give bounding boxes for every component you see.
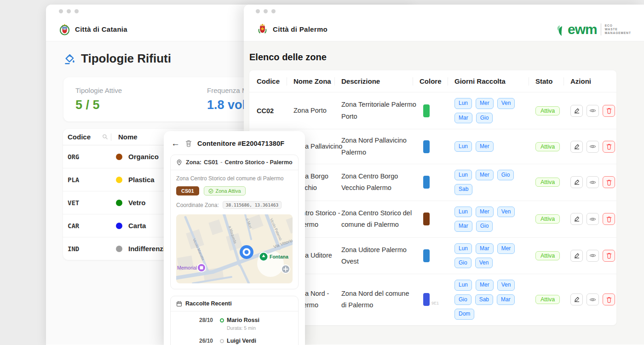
- svg-text:Memorial: Memorial: [177, 265, 197, 270]
- waste-code: VET: [68, 199, 111, 207]
- zone-status-cell: Attiva: [535, 295, 570, 304]
- zone-color-cell: [420, 140, 454, 153]
- collection-duration: Durata: 5 min: [227, 325, 293, 331]
- collection-days: LunMer: [454, 141, 520, 152]
- zone-status-cell: Attiva: [535, 106, 570, 115]
- zone-name: Centro Storico - Palermo: [224, 159, 292, 166]
- container-location-marker: [240, 245, 253, 259]
- delete-zone-button[interactable]: [603, 176, 615, 188]
- day-tag: Mar: [497, 294, 515, 305]
- view-zone-button[interactable]: [586, 105, 599, 117]
- zone-color-fragment: 9E1: [431, 301, 439, 305]
- day-tag: Dom: [454, 309, 474, 319]
- recent-collection-item: 26/10Luigi VerdiDurata: 7 min: [176, 338, 293, 345]
- back-button[interactable]: ←: [171, 139, 180, 148]
- collection-days: LunMerGioSab: [454, 170, 520, 195]
- view-zone-button[interactable]: [586, 293, 599, 305]
- zone-map[interactable]: Vicolo Marotta a Maqueda o Mori Vicolo P…: [176, 214, 293, 283]
- delete-zone-button[interactable]: [603, 105, 615, 117]
- ewm-logo: ewm ECO WASTE MANAGEMENT: [556, 23, 631, 36]
- catania-crest-icon: [59, 23, 70, 35]
- zone-description: Zona Centro Storico del comune di Palerm…: [176, 175, 293, 182]
- recent-collections-title: Raccolte Recenti: [185, 300, 232, 307]
- column-header-azioni: Azioni: [570, 77, 616, 85]
- zone-table-row: CC02Zona PortoZona Territoriale Palermo …: [249, 92, 616, 129]
- zone-color-cell: [420, 249, 454, 262]
- logo-divider: [601, 23, 601, 35]
- edit-zone-button[interactable]: [570, 141, 583, 153]
- day-tag: Sab: [454, 184, 472, 195]
- coordinates-label: Coordinate Zona:: [176, 202, 219, 208]
- delete-zone-button[interactable]: [603, 213, 615, 225]
- window-dot: [75, 9, 79, 13]
- collection-days: LunMerVenMarGio: [454, 98, 520, 123]
- location-pin-icon: [176, 159, 182, 166]
- column-header-colore: Colore: [420, 77, 454, 85]
- day-tag: Mer: [476, 280, 494, 290]
- view-zone-button[interactable]: [586, 213, 599, 225]
- delete-container-icon[interactable]: [185, 139, 192, 147]
- waste-code: ORG: [68, 153, 111, 161]
- day-tag: Mar: [476, 243, 494, 254]
- day-tag: Mar: [454, 113, 472, 123]
- app-title: Città di Catania: [75, 25, 127, 33]
- page-title: Tipologie Rifiuti: [81, 52, 171, 66]
- view-zone-button[interactable]: [586, 176, 599, 188]
- day-tag: Lun: [454, 98, 472, 109]
- edit-zone-button[interactable]: [570, 293, 583, 305]
- edit-zone-button[interactable]: [570, 105, 583, 117]
- zone-info-card: Zona: CS01 - Centro Storico - Palermo Zo…: [170, 155, 299, 289]
- day-tag: Sab: [475, 294, 493, 305]
- recent-collection-item: 28/10Mario RossiDurata: 5 min: [176, 317, 293, 331]
- collector-name: Luigi Verdi: [227, 338, 293, 344]
- brand-tagline-line: ECO: [605, 24, 631, 27]
- day-tag: Mar: [454, 221, 472, 231]
- column-header-codice: Codice: [257, 77, 293, 85]
- view-zone-button[interactable]: [586, 141, 599, 153]
- waste-code: CAR: [68, 222, 111, 230]
- zone-separator: -: [220, 159, 222, 166]
- edit-zone-button[interactable]: [570, 176, 583, 188]
- waste-name: Organico: [128, 153, 159, 161]
- zone-description: Zona Nord del comune di Palermo: [341, 288, 420, 311]
- zone-status-badge: Zona Attiva: [204, 186, 246, 196]
- column-header-giorni-raccolta: Giorni Raccolta: [454, 77, 535, 85]
- view-zone-button[interactable]: [586, 250, 599, 262]
- svg-text:Fontana: Fontana: [270, 254, 288, 259]
- zone-code: CC02: [257, 107, 293, 115]
- map-zoom-control: [282, 265, 290, 273]
- waste-color-dot: [116, 246, 122, 252]
- day-tag: Mer: [476, 170, 494, 180]
- day-tag: Lun: [454, 243, 472, 254]
- zone-description: Zona Uditore Palermo Ovest: [341, 244, 420, 268]
- waste-name: Plastica: [128, 176, 155, 184]
- day-tag: Mer: [476, 98, 494, 109]
- zone-status-cell: Attiva: [535, 251, 570, 260]
- window-dot: [59, 9, 63, 13]
- delete-zone-button[interactable]: [603, 141, 615, 153]
- column-header-codice: Codice: [68, 133, 91, 141]
- column-header-nome-zona: Nome Zona: [293, 77, 341, 85]
- delete-zone-button[interactable]: [603, 293, 615, 305]
- day-tag: Mer: [476, 207, 494, 217]
- page-title: Elenco delle zone: [249, 52, 327, 63]
- edit-zone-button[interactable]: [570, 250, 583, 262]
- day-tag: Gio: [454, 294, 472, 305]
- zone-description: Zona Centro Borgo Vecchio Palermo: [341, 171, 420, 194]
- palermo-crest-icon: [257, 23, 268, 35]
- zone-description: Zona Nord Pallavicino Palermo: [341, 135, 420, 158]
- day-tag: Lun: [454, 207, 472, 217]
- header-divider: [111, 133, 111, 141]
- zone-color-swatch: [423, 293, 430, 306]
- zone-status-cell: Attiva: [535, 178, 570, 187]
- zone-color-swatch: [423, 176, 430, 189]
- zone-color-swatch: [423, 249, 430, 262]
- brand-tagline-line: MANAGEMENT: [605, 31, 631, 34]
- check-circle-icon: [208, 189, 213, 194]
- edit-zone-button[interactable]: [570, 213, 583, 225]
- zone-label: Zona:: [186, 159, 201, 166]
- delete-zone-button[interactable]: [603, 250, 615, 262]
- app-title: Città di Palermo: [273, 25, 328, 33]
- search-icon[interactable]: [102, 134, 108, 140]
- window-dot: [271, 9, 276, 13]
